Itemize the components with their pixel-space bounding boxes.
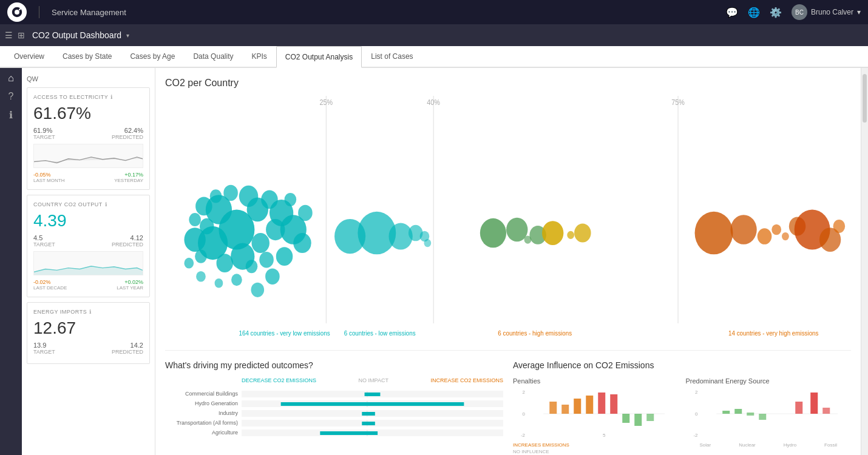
tab-cases-by-state[interactable]: Cases by State [53, 46, 121, 67]
svg-text:5: 5 [603, 433, 606, 438]
tab-overview[interactable]: Overview [5, 46, 53, 67]
home-icon[interactable]: ⌂ [8, 73, 14, 84]
help-icon[interactable]: ? [8, 91, 14, 102]
sparkline-co2 [33, 251, 143, 275]
influence-panel: Average Influence on CO2 Emissions Penal… [513, 360, 851, 455]
tab-data-quality[interactable]: Data Quality [184, 46, 242, 67]
label-solar: Solar [700, 442, 711, 448]
kpi-value-energy: 12.67 [33, 318, 143, 338]
dashboard-dropdown-icon[interactable]: ▾ [126, 32, 129, 39]
label-nuclear: Nuclear [739, 442, 756, 448]
kpi-predicted-co2: 4.12 PREDICTED [112, 234, 143, 248]
kpi-target-electricity: 61.9% TARGET [33, 127, 55, 140]
kpi-change-left-co2: -0.02% LAST DECADE [33, 279, 67, 291]
main-layout: ⌂ ? ℹ QW ACCESS TO ELECTRICITY ℹ 61.67% … [0, 68, 868, 455]
svg-rect-79 [362, 422, 375, 425]
second-toolbar: ☰ ⊞ CO2 Output Dashboard ▾ [0, 24, 868, 46]
penalties-title: Penalties [513, 377, 679, 385]
penalties-col: Penalties 2 0 -2 [513, 377, 679, 455]
bubble-chart-svg: 25% 40% 75% [165, 96, 851, 350]
penalties-y-axis: 2 0 -2 [513, 389, 525, 438]
svg-rect-88 [598, 393, 605, 414]
svg-point-20 [246, 260, 258, 273]
svg-point-28 [223, 185, 238, 201]
hamburger-icon[interactable]: ☰ [5, 30, 13, 40]
svg-point-44 [388, 223, 412, 250]
kpi-subrow-co2: 4.5 TARGET 4.12 PREDICTED [33, 234, 143, 248]
scrollbar[interactable] [861, 68, 868, 455]
svg-rect-91 [634, 414, 642, 426]
driving-title: What's driving my predicted outcomes? [165, 360, 503, 370]
bar-label-industry: Industry [165, 410, 238, 416]
svg-point-1 [15, 10, 19, 15]
tab-co2-output-analysis[interactable]: CO2 Output Analysis [276, 46, 362, 68]
chat-icon[interactable]: 💬 [726, 7, 738, 18]
influence-title: Average Influence on CO2 Emissions [513, 360, 851, 370]
svg-rect-97 [747, 413, 754, 416]
penalties-chart-area: 2 0 -2 [513, 389, 679, 440]
scrollbar-thumb[interactable] [863, 74, 867, 123]
predominant-chart-area: 2 0 -2 [686, 389, 852, 440]
kpi-change-left-electricity: -0.05% LAST MONTH [33, 172, 64, 183]
svg-text:6 countries - low emissions: 6 countries - low emissions [344, 329, 416, 337]
svg-point-47 [424, 239, 431, 247]
nav-divider [39, 6, 39, 18]
bar-row-commercial: Commercial Buildings [165, 391, 503, 397]
qw-label: QW [27, 73, 150, 87]
svg-point-16 [251, 233, 269, 253]
svg-rect-87 [586, 396, 593, 414]
kpi-subrow-electricity: 61.9% TARGET 62.4% PREDICTED [33, 127, 143, 140]
user-dropdown-icon: ▾ [857, 8, 861, 16]
svg-point-37 [265, 268, 280, 284]
bar-label-hydro: Hydro Generation [165, 400, 238, 406]
svg-point-63 [833, 220, 846, 233]
tab-kpis[interactable]: KPIs [242, 46, 276, 67]
info-icon-co2[interactable]: ℹ [105, 201, 107, 207]
qlik-logo-icon [7, 2, 27, 22]
user-menu[interactable]: BC Bruno Calver ▾ [792, 4, 861, 20]
user-avatar: BC [792, 4, 807, 20]
info-icon[interactable]: ℹ [9, 109, 13, 121]
app-logo: Service Management [7, 2, 126, 22]
no-influence-label: NO INFLUENCE [513, 449, 679, 454]
settings-icon[interactable]: ⚙️ [770, 7, 782, 18]
svg-rect-101 [822, 408, 830, 414]
bottom-section: What's driving my predicted outcomes? DE… [165, 360, 851, 455]
svg-rect-100 [810, 393, 818, 414]
svg-rect-84 [549, 402, 557, 414]
kpi-card-electricity: ACCESS TO ELECTRICITY ℹ 61.67% 61.9% TAR… [27, 87, 150, 190]
kpi-value-electricity: 61.67% [33, 104, 143, 123]
svg-point-26 [261, 190, 278, 209]
co2-section-title: CO2 per Country [165, 78, 851, 89]
svg-point-56 [731, 215, 757, 244]
svg-point-27 [239, 186, 258, 207]
svg-point-31 [189, 213, 201, 226]
svg-point-57 [758, 228, 772, 244]
svg-point-48 [480, 218, 506, 248]
svg-point-40 [251, 283, 264, 297]
driving-header: DECREASE CO2 EMISSIONS NO IMPACT INCREAS… [165, 377, 503, 383]
tab-cases-by-age[interactable]: Cases by Age [121, 46, 184, 67]
tab-list-of-cases[interactable]: List of Cases [362, 46, 422, 67]
svg-point-38 [231, 274, 242, 286]
info-icon-electricity[interactable]: ℹ [110, 94, 113, 100]
info-icon-energy[interactable]: ℹ [89, 309, 92, 315]
main-content: CO2 per Country 25% 40% 75% [155, 68, 861, 455]
svg-text:75%: 75% [671, 99, 685, 107]
tab-bar: Overview Cases by State Cases by Age Dat… [0, 46, 868, 68]
bar-row-agriculture: Agriculture [165, 430, 503, 436]
svg-point-41 [196, 271, 206, 282]
svg-point-59 [782, 232, 789, 240]
driving-bars: Commercial Buildings Hydro Generation [165, 388, 503, 442]
svg-point-33 [293, 233, 311, 253]
predominant-y-axis: 2 0 -2 [686, 389, 698, 438]
bubble-chart: 25% 40% 75% [165, 96, 851, 351]
svg-rect-76 [362, 412, 375, 416]
grid-icon[interactable]: ⊞ [18, 30, 25, 40]
kpi-bottom-co2: -0.02% LAST DECADE +0.02% LAST YEAR [33, 279, 143, 291]
svg-point-29 [210, 189, 222, 203]
notification-icon[interactable]: 🌐 [748, 7, 760, 18]
svg-point-58 [771, 224, 781, 235]
bar-track-hydro [242, 400, 503, 406]
bar-row-transport: Transportation (All forms) [165, 420, 503, 426]
